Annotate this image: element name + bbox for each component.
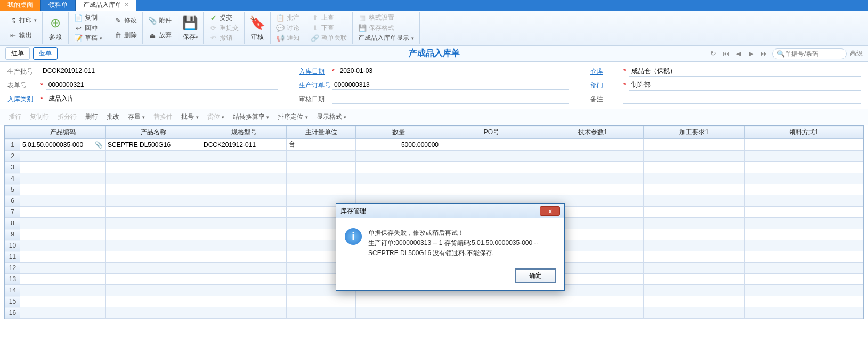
modify-button[interactable]: ✎修改: [111, 15, 139, 26]
empty-cell[interactable]: [201, 240, 287, 251]
empty-cell[interactable]: [356, 184, 441, 195]
cat-label[interactable]: 入库类别: [7, 95, 37, 104]
empty-cell[interactable]: [20, 184, 106, 195]
date-value[interactable]: 2020-01-03: [338, 67, 569, 76]
empty-cell[interactable]: [201, 229, 287, 240]
empty-cell[interactable]: [287, 151, 356, 162]
empty-cell[interactable]: [356, 162, 441, 173]
col-spec[interactable]: 规格型号: [201, 126, 287, 139]
sort-button[interactable]: 排序定位 ▾: [274, 111, 311, 123]
empty-cell[interactable]: [201, 274, 287, 285]
empty-cell[interactable]: [201, 307, 287, 319]
empty-cell[interactable]: [20, 173, 106, 184]
empty-cell[interactable]: [356, 307, 441, 319]
table-row[interactable]: 4: [5, 173, 863, 184]
empty-cell[interactable]: [542, 139, 644, 151]
empty-cell[interactable]: [745, 173, 863, 184]
close-button[interactable]: ✕: [540, 206, 560, 216]
empty-cell[interactable]: [441, 162, 542, 173]
empty-cell[interactable]: [106, 218, 201, 229]
empty-cell[interactable]: [201, 195, 287, 207]
empty-cell[interactable]: [644, 296, 745, 307]
search-input[interactable]: [785, 50, 842, 58]
last-icon[interactable]: ⏭: [759, 49, 769, 59]
table-row[interactable]: 2: [5, 151, 863, 162]
table-row[interactable]: 5: [5, 184, 863, 195]
empty-cell[interactable]: [644, 229, 745, 240]
docno-value[interactable]: 0000000321: [46, 80, 278, 90]
reference-button[interactable]: ⊕ 参照: [43, 12, 69, 44]
export-button[interactable]: ⇤输出: [6, 30, 39, 40]
table-row[interactable]: 15: [5, 296, 863, 307]
empty-cell[interactable]: [201, 296, 287, 307]
conv-button[interactable]: 结转换算率 ▾: [230, 111, 272, 123]
empty-cell[interactable]: [287, 296, 356, 307]
empty-cell[interactable]: [745, 285, 863, 296]
empty-cell[interactable]: [106, 285, 201, 296]
lot-button[interactable]: 批号 ▾: [178, 111, 201, 123]
empty-cell[interactable]: [745, 151, 863, 162]
empty-cell[interactable]: [106, 173, 201, 184]
empty-cell[interactable]: [20, 229, 106, 240]
empty-cell[interactable]: [542, 296, 644, 307]
delete-row-button[interactable]: 删行: [82, 111, 101, 123]
empty-cell[interactable]: [20, 307, 106, 319]
empty-cell[interactable]: [20, 151, 106, 162]
close-icon[interactable]: ×: [125, 1, 128, 9]
empty-cell[interactable]: [106, 162, 201, 173]
empty-cell[interactable]: [106, 251, 201, 263]
empty-cell[interactable]: [644, 162, 745, 173]
empty-cell[interactable]: [201, 162, 287, 173]
empty-cell[interactable]: [644, 207, 745, 218]
ok-button[interactable]: 确定: [515, 268, 556, 283]
empty-cell[interactable]: [287, 162, 356, 173]
first-icon[interactable]: ⏮: [721, 49, 731, 59]
empty-cell[interactable]: [441, 139, 542, 151]
empty-cell[interactable]: [20, 240, 106, 251]
empty-cell[interactable]: [745, 263, 863, 274]
empty-cell[interactable]: [441, 307, 542, 319]
empty-cell[interactable]: [644, 184, 745, 195]
empty-cell[interactable]: [106, 184, 201, 195]
empty-cell[interactable]: [745, 162, 863, 173]
empty-cell[interactable]: [201, 263, 287, 274]
name-cell[interactable]: SCEPTRE DL500G16: [106, 139, 201, 151]
empty-cell[interactable]: [106, 151, 201, 162]
save-button[interactable]: 💾 保存▾: [177, 12, 204, 44]
empty-cell[interactable]: [542, 162, 644, 173]
empty-cell[interactable]: [287, 307, 356, 319]
empty-cell[interactable]: [287, 173, 356, 184]
empty-cell[interactable]: [745, 296, 863, 307]
print-button[interactable]: 🖨打印▾: [6, 15, 39, 26]
empty-cell[interactable]: [644, 251, 745, 263]
empty-cell[interactable]: [745, 229, 863, 240]
empty-cell[interactable]: [356, 173, 441, 184]
empty-cell[interactable]: [542, 184, 644, 195]
empty-cell[interactable]: [644, 263, 745, 274]
col-name[interactable]: 产品名称: [106, 126, 201, 139]
reverse-button[interactable]: ↩回冲: [72, 23, 104, 33]
empty-cell[interactable]: [542, 307, 644, 319]
code-cell[interactable]: 5.01.50.0000035-000📎: [20, 139, 106, 151]
empty-cell[interactable]: [201, 151, 287, 162]
empty-cell[interactable]: [20, 285, 106, 296]
empty-cell[interactable]: [745, 307, 863, 319]
empty-cell[interactable]: [745, 218, 863, 229]
empty-cell[interactable]: [20, 218, 106, 229]
empty-cell[interactable]: [287, 184, 356, 195]
empty-cell[interactable]: [644, 218, 745, 229]
empty-cell[interactable]: [20, 274, 106, 285]
empty-cell[interactable]: [745, 251, 863, 263]
empty-cell[interactable]: [356, 296, 441, 307]
batch-value[interactable]: DCCK201912-011: [40, 67, 278, 76]
note-value[interactable]: [623, 94, 861, 104]
empty-cell[interactable]: [745, 184, 863, 195]
empty-cell[interactable]: [106, 274, 201, 285]
empty-cell[interactable]: [201, 184, 287, 195]
empty-cell[interactable]: [441, 173, 542, 184]
col-po[interactable]: PO号: [441, 126, 542, 139]
col-uom[interactable]: 主计量单位: [287, 126, 356, 139]
advanced-link[interactable]: 高级: [850, 49, 863, 58]
submit-button[interactable]: ✔提交: [207, 13, 241, 23]
empty-cell[interactable]: [106, 263, 201, 274]
